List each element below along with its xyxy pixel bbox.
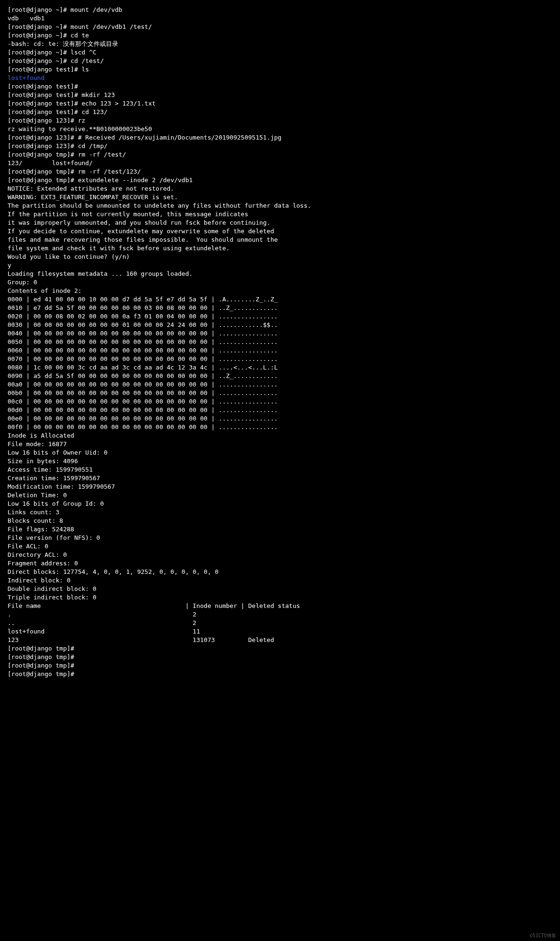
shell-prompt: [root@django tmp]#: [8, 176, 74, 184]
output-text: . 2: [8, 611, 196, 618]
terminal-line: [root@django tmp]#: [8, 670, 552, 678]
output-text: 00f0 | 00 00 00 00 00 00 00 00 00 00 00 …: [8, 423, 278, 431]
output-text: Would you like to continue? (y/n): [8, 253, 130, 260]
terminal-line: File name | Inode number | Deleted statu…: [8, 602, 552, 610]
terminal-line: [root@django test]# mkdir 123: [8, 91, 552, 99]
output-text: The partition should be unmounted to und…: [8, 202, 311, 209]
output-text: Directory ACL: 0: [8, 551, 67, 558]
terminal-line: 0030 | 00 00 00 00 00 00 00 00 01 00 00 …: [8, 321, 552, 329]
terminal-line: The partition should be unmounted to und…: [8, 202, 552, 210]
output-text: Modification time: 1599790567: [8, 483, 115, 490]
output-text: 123/ lost+found/: [8, 159, 93, 167]
terminal-line: [root@django 123]# rz: [8, 116, 552, 125]
terminal-line: 0000 | ed 41 00 00 00 10 00 00 d7 dd 5a …: [8, 295, 552, 304]
terminal-line: Directory ACL: 0: [8, 551, 552, 559]
terminal-line: [root@django test]# echo 123 > 123/1.txt: [8, 99, 552, 108]
terminal-line: Low 16 bits of Group Id: 0: [8, 500, 552, 508]
output-text: y: [8, 262, 11, 269]
shell-command: mkdir 123: [78, 91, 115, 98]
output-text: 0040 | 00 00 00 00 00 00 00 00 00 00 00 …: [8, 330, 278, 337]
shell-prompt: [root@django tmp]#: [8, 168, 74, 175]
terminal-line: File ACL: 0: [8, 542, 552, 551]
output-text: vdb vdb1: [8, 15, 44, 22]
terminal-line: lost+found 11: [8, 627, 552, 636]
shell-prompt: [root@django 123]#: [8, 117, 74, 124]
shell-prompt: [root@django test]#: [8, 100, 78, 107]
terminal-line: -bash: cd: te: 没有那个文件或目录: [8, 40, 552, 48]
terminal-line: [root@django test]# cd 123/: [8, 108, 552, 116]
output-text: If you decide to continue, extundelete m…: [8, 228, 274, 235]
terminal-line: 0020 | 00 00 08 00 02 00 00 00 0a f3 01 …: [8, 312, 552, 321]
terminal-line: [root@django ~]# cd /test/: [8, 57, 552, 65]
output-text: 0060 | 00 00 00 00 00 00 00 00 00 00 00 …: [8, 347, 278, 354]
shell-command: lscd ^C: [67, 49, 96, 56]
terminal-line: files and make recovering those files im…: [8, 236, 552, 244]
terminal-line: 0080 | 1c 00 00 00 3c cd aa ad 3c cd aa …: [8, 363, 552, 372]
output-text: WARNING: EXT3_FEATURE_INCOMPAT_RECOVER i…: [8, 193, 178, 201]
terminal-line: [root@django test]#: [8, 82, 552, 91]
output-text: Creation time: 1599790567: [8, 475, 100, 482]
output-text: Access time: 1599790551: [8, 466, 93, 473]
shell-command: cd 123/: [78, 108, 108, 115]
terminal-line: File version (for NFS): 0: [8, 534, 552, 542]
shell-prompt: [root@django test]#: [8, 108, 78, 115]
output-text: Links count: 3: [8, 509, 60, 516]
terminal-line: 0090 | a5 dd 5a 5f 00 00 00 00 00 00 00 …: [8, 372, 552, 380]
output-text: 123 131073 Deleted: [8, 636, 274, 643]
shell-command: rz: [74, 117, 85, 124]
terminal-line: If you decide to continue, extundelete m…: [8, 227, 552, 236]
output-text: 00e0 | 00 00 00 00 00 00 00 00 00 00 00 …: [8, 415, 278, 422]
terminal-line: it was improperly unmounted, and you sho…: [8, 219, 552, 227]
terminal-line: [root@django ~]# lscd ^C: [8, 48, 552, 57]
terminal-line: .. 2: [8, 619, 552, 627]
shell-command: ls: [78, 66, 89, 73]
shell-command: cd /tmp/: [74, 142, 107, 150]
output-text: rz waiting to receive.**B0100000023be50: [8, 125, 152, 132]
output-text: File ACL: 0: [8, 543, 48, 550]
terminal-line: 0040 | 00 00 00 00 00 00 00 00 00 00 00 …: [8, 329, 552, 338]
output-text: Deletion Time: 0: [8, 492, 67, 499]
terminal-line: Triple indirect block: 0: [8, 593, 552, 602]
output-text: Size in bytes: 4096: [8, 457, 78, 465]
terminal-line: Size in bytes: 4096: [8, 457, 552, 466]
output-text: 00d0 | 00 00 00 00 00 00 00 00 00 00 00 …: [8, 406, 278, 413]
output-text: 0080 | 1c 00 00 00 3c cd aa ad 3c cd aa …: [8, 364, 278, 371]
terminal-line: Low 16 bits of Owner Uid: 0: [8, 449, 552, 457]
shell-prompt: [root@django test]#: [8, 66, 78, 73]
output-text: file system and check it with fsck befor…: [8, 245, 230, 252]
output-text: .. 2: [8, 619, 196, 626]
shell-command: echo 123 > 123/1.txt: [78, 100, 156, 107]
terminal-line: [root@django tmp]#: [8, 661, 552, 670]
output-text: Fragment address: 0: [8, 560, 78, 567]
shell-prompt: [root@django test]#: [8, 83, 78, 90]
shell-prompt: [root@django tmp]#: [8, 662, 74, 669]
terminal-line: Loading filesystem metadata ... 160 grou…: [8, 270, 552, 278]
terminal-line: Deletion Time: 0: [8, 491, 552, 500]
output-text: 0050 | 00 00 00 00 00 00 00 00 00 00 00 …: [8, 338, 278, 345]
terminal-line: Would you like to continue? (y/n): [8, 253, 552, 261]
terminal-line: [root@django tmp]# rm -rf /test/: [8, 150, 552, 159]
shell-command: extundelete --inode 2 /dev/vdb1: [74, 176, 192, 184]
terminal-line: 0060 | 00 00 00 00 00 00 00 00 00 00 00 …: [8, 346, 552, 355]
shell-prompt: [root@django ~]#: [8, 32, 67, 39]
output-text: Double indirect block: 0: [8, 585, 96, 592]
terminal-line: Contents of inode 2:: [8, 287, 552, 295]
output-text: Triple indirect block: 0: [8, 594, 96, 601]
shell-command: rm -rf /test/123/: [74, 168, 141, 175]
terminal-line: [root@django tmp]#: [8, 644, 552, 653]
output-text: 00c0 | 00 00 00 00 00 00 00 00 00 00 00 …: [8, 398, 278, 405]
output-text: File version (for NFS): 0: [8, 534, 100, 541]
shell-command: # Received /Users/xujiamin/Documents/201…: [74, 134, 281, 141]
terminal-line: [root@django ~]# mount /dev/vdb1 /test/: [8, 23, 552, 31]
terminal-line: lost+found: [8, 74, 552, 82]
shell-prompt: [root@django ~]#: [8, 23, 67, 30]
shell-prompt: [root@django tmp]#: [8, 151, 74, 158]
output-text: 00a0 | 00 00 00 00 00 00 00 00 00 00 00 …: [8, 381, 278, 388]
terminal-line: 0010 | e7 dd 5a 5f 00 00 00 00 00 00 03 …: [8, 304, 552, 312]
terminal-line: 00e0 | 00 00 00 00 00 00 00 00 00 00 00 …: [8, 414, 552, 423]
terminal-output[interactable]: [root@django ~]# mount /dev/vdbvdb vdb1[…: [0, 0, 560, 684]
output-text: Indirect block: 0: [8, 577, 70, 584]
terminal-line: Indirect block: 0: [8, 576, 552, 585]
terminal-line: Links count: 3: [8, 508, 552, 517]
output-text: 0090 | a5 dd 5a 5f 00 00 00 00 00 00 00 …: [8, 372, 278, 379]
